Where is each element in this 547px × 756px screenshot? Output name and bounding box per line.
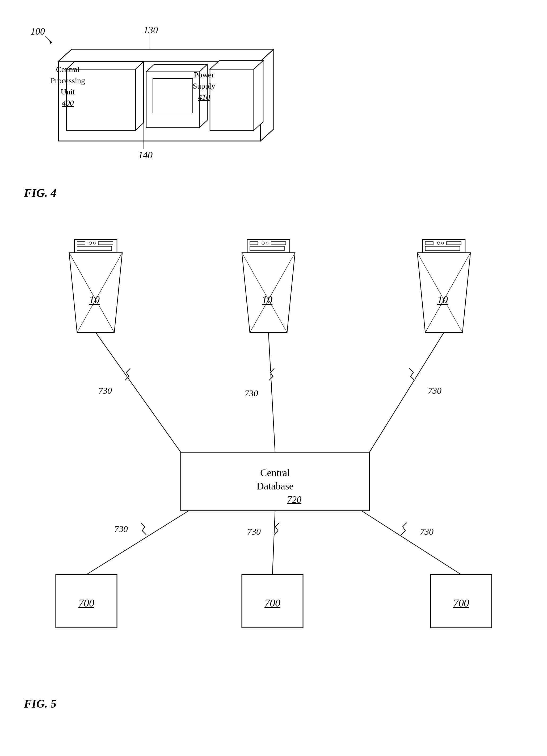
svg-text:700: 700 <box>78 597 94 609</box>
svg-marker-36 <box>242 253 295 333</box>
svg-text:730: 730 <box>247 527 261 537</box>
svg-text:700: 700 <box>453 597 469 609</box>
svg-marker-17 <box>254 61 263 130</box>
label-140: 140 <box>138 148 170 165</box>
svg-marker-6 <box>59 49 274 61</box>
cpu-text-line1: Central <box>56 65 80 74</box>
svg-marker-46 <box>417 253 470 333</box>
cpu-text-line3: Unit <box>61 87 75 96</box>
svg-text:10: 10 <box>262 294 273 306</box>
cpu-label: Central Processing Unit 400 <box>51 64 85 109</box>
svg-text:730: 730 <box>420 527 433 537</box>
svg-text:730: 730 <box>428 386 441 396</box>
fig4-caption: FIG. 4 <box>24 186 56 200</box>
svg-line-56 <box>269 333 275 452</box>
svg-text:10: 10 <box>89 294 100 306</box>
ps-text-line2: Supply <box>193 81 215 90</box>
svg-line-70 <box>361 511 461 575</box>
cpu-ref: 400 <box>62 98 74 107</box>
svg-text:100: 100 <box>31 27 45 37</box>
svg-line-1 <box>45 36 52 43</box>
label-130: 130 <box>144 24 176 38</box>
svg-text:730: 730 <box>98 386 112 396</box>
fig5-diagram: 10 10 10 C <box>16 234 534 729</box>
svg-line-66 <box>86 511 189 575</box>
svg-rect-14 <box>153 78 193 113</box>
svg-text:730: 730 <box>114 524 128 534</box>
svg-text:130: 130 <box>144 25 158 35</box>
svg-text:730: 730 <box>245 388 258 398</box>
ps-ref: 410 <box>198 93 210 101</box>
cpu-text-line2: Processing <box>51 76 85 85</box>
svg-text:720: 720 <box>287 494 301 505</box>
ps-label: Power Supply 410 <box>193 69 215 103</box>
svg-text:Database: Database <box>257 480 293 492</box>
svg-marker-26 <box>69 253 122 333</box>
svg-text:10: 10 <box>437 294 448 306</box>
svg-text:700: 700 <box>265 597 280 609</box>
fig4-diagram: 100 130 <box>16 16 282 215</box>
svg-rect-15 <box>210 69 254 130</box>
svg-line-68 <box>273 511 275 575</box>
svg-text:140: 140 <box>138 150 153 160</box>
svg-text:Central: Central <box>260 467 290 478</box>
fig5-caption: FIG. 5 <box>24 697 56 711</box>
svg-marker-10 <box>136 62 144 130</box>
ps-text-line1: Power <box>194 70 214 79</box>
